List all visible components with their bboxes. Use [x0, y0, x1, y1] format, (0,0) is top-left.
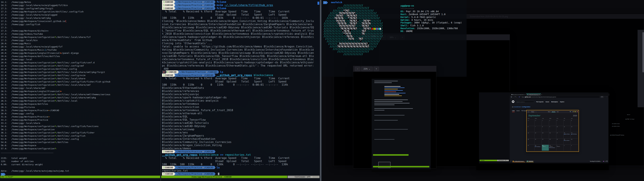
chevron-left-icon: ❮	[311, 176, 312, 178]
calendar-day-header: THU	[556, 118, 564, 120]
pencil-icon: ✎	[55, 77, 56, 80]
terminal-line: BlockScience/spark-hadoopcryptoledger-ds	[162, 96, 319, 99]
terminal-line: 400	[162, 67, 319, 70]
calendar-day-cell: 15	[542, 132, 549, 138]
terminal-cadcad[interactable]: CADCAD~/Workspace/Practice➳/CADCADfclone…	[160, 0, 322, 181]
terminal-neofetch[interactable]: ~ neofetch ///////////// ///////////////…	[322, 0, 466, 77]
screenshot-fragment	[374, 81, 398, 81]
image-viewer-canvas	[353, 72, 436, 168]
command-text[interactable]: __github_get_org_repos	[162, 153, 198, 156]
terminal-line: ckScience/spark-hadoopcryptoledger-ds Bl…	[162, 35, 319, 38]
terminal-line: CADCAD~/Workspace/Practice➳/CADCADfclone	[162, 7, 319, 10]
calendar-day-cell: 10	[556, 126, 564, 132]
github-fragment: tact GitHub Pricing API Training	[610, 134, 624, 136]
bow-arrow-icon: ➳	[202, 74, 204, 76]
nested-browser-tabbar: BlockScience/cadCAD-O✕ configuration/pop…	[510, 94, 610, 96]
prompt-cwd-segment: ~	[1, 173, 6, 176]
calendar-day-cell: 12	[571, 126, 578, 132]
taskbar-firefox-item: configuration/popos-...	[512, 160, 525, 162]
menu-icon: ⋯	[604, 96, 606, 98]
terminal-line: BlockScience/ZarghamPapers	[162, 134, 319, 137]
nested-browser-tab: BlockScience/cadCAD-O✕	[511, 94, 526, 96]
calendar-day-cell: 28UTr 02:00 pm	[534, 145, 542, 151]
image-viewer-window-c[interactable]: − 21%⌄ +	[353, 66, 436, 168]
neofetch-info-line: DE: GNOME	[400, 30, 462, 33]
cwd-segment: ~/Workspace/Practice➳/CADCAD	[174, 0, 216, 4]
calendar-day-cell: 9	[549, 126, 556, 132]
scrollbar-thumb[interactable]	[320, 0, 321, 181]
terminal-line: Dload Upload Total Spent Left Speed	[162, 13, 319, 16]
neofetch-info-line: OS: Pop!_OS 20.04 LTS x86_64	[400, 10, 462, 13]
zoom-level-dropdown[interactable]: 21%⌄	[361, 67, 373, 71]
screenshot-fragment	[373, 154, 408, 156]
palette-swatch	[377, 28, 378, 30]
window-dot-yellow	[574, 111, 574, 112]
terminal-line: BlockScience/artonomous_future_of_trust_…	[162, 108, 319, 112]
screenshot-fragment	[384, 92, 396, 92]
github-repo-tab: Code	[512, 110, 515, 112]
chevron-down-icon: ⌄	[368, 68, 370, 70]
github-fragment: ore order to tmux.	[612, 126, 620, 127]
shell-prompt: ~	[1, 172, 6, 176]
nested-calendar-window-highlighted: + Today ‹ › WeekMonthYear 🔍 ≣ September …	[526, 110, 579, 152]
terminal-line: 100 119k 100 119k 0 0 130k 0 --:--:-- --…	[162, 163, 319, 166]
pencil-icon: ✎	[55, 147, 56, 150]
command-text[interactable]: ~/.local/share/fzf/github_orgs	[224, 4, 273, 7]
screenshot-fragment	[384, 94, 399, 95]
calendar-day-cell: 17	[556, 132, 564, 138]
desktop: scratch.txt shots_and_dots Screenshot fr…	[0, 0, 644, 181]
terminal-line: t_2018 BlockScience/conviction BlockScie…	[162, 32, 319, 35]
terminal-line: CADCAD~/Workspace/Practice➳/CADCADfclone	[162, 0, 319, 4]
pencil-icon: ✎	[55, 64, 56, 67]
tray-arrows-icon: ⇅	[604, 161, 606, 162]
screenshot-fragment	[374, 82, 392, 83]
zoom-in-button[interactable]: +	[374, 67, 379, 71]
pencil-icon: ✎	[55, 100, 56, 102]
github-nav: Pull requestsIssuesMarketplaceExplore	[536, 101, 564, 102]
shell-prompt: ~ neofetch	[323, 1, 342, 4]
command-text[interactable]: __github_get_org_repos	[216, 74, 252, 77]
calendar-day-cell: 30	[527, 120, 534, 126]
calendar-today-button: Today	[530, 111, 535, 113]
screenshot-fragment	[384, 96, 402, 96]
calendar-day-cell: 21	[534, 138, 542, 145]
window-title: Screenshot from 2020-09-28 01-53-25.png	[470, 16, 508, 18]
command-text: fclone	[216, 7, 226, 10]
zoom-out-button[interactable]: −	[355, 67, 360, 71]
image-viewer-window-d[interactable]: /CADCAD Continuum: off ❮ BlockScience/ca…	[476, 91, 609, 170]
terminal-line: BlockScience/ethereum-etl	[162, 112, 319, 115]
python-icon	[167, 71, 168, 73]
calendar-toolbar: + Today ‹ › WeekMonthYear 🔍 ≣	[526, 110, 578, 113]
taskbar-clock: Tue Sep 29 1:02 AM ●	[590, 161, 601, 162]
cwd-segment: ~/Workspace/Practice➳/CADCAD	[174, 172, 216, 176]
python-icon	[163, 173, 165, 175]
calendar-day-cell: 2	[564, 145, 571, 151]
autojump-output: 14.1: /home/ygg/Notes 14.3: /home/ygg/.l…	[0, 0, 160, 172]
tmux-cwd-label: /home/ygg/Workspace/Practice➳/CADCAD	[161, 176, 287, 178]
calendar-day-cell: 3	[556, 120, 564, 126]
calendar-day-cell: 27	[527, 145, 534, 151]
calendar-day-cell: 20	[527, 138, 534, 145]
terminal-scrollbar[interactable]	[320, 0, 322, 181]
scrollbar-thumb[interactable]	[642, 32, 644, 72]
terminal-autojump[interactable]: 14.1: /home/ygg/Notes 14.3: /home/ygg/.l…	[0, 0, 160, 181]
github-logo-icon	[512, 100, 514, 103]
taskbar-system-tray: ⇅	[603, 161, 608, 162]
calendar-view-option: Year	[556, 111, 559, 112]
neofetch-info: ygg@pop-os----------OS: Pop!_OS 20.04 LT…	[400, 4, 462, 33]
palette-swatch	[380, 28, 381, 30]
calendar-day-cell: 7	[534, 126, 542, 132]
github-fragment: Go to f	[627, 114, 630, 115]
calendar-prev-icon: ‹	[536, 111, 536, 112]
calendar-day-cell: 2	[549, 120, 556, 126]
terminal-line: BlockScience/demos	[162, 147, 319, 150]
neofetch-info-line: Host: ZenBook UX534FT_UX534FT 1.0	[400, 13, 462, 16]
terminal-line: BlockScience/EthereumStats	[162, 86, 319, 90]
repo-icon: ▤	[512, 106, 514, 108]
screenshot-fragment	[374, 115, 404, 116]
link-icon: ∞	[47, 30, 49, 32]
nested-tmux-statusbar: /CADCAD	[480, 160, 497, 161]
venv-segment: CADCAD	[162, 74, 175, 77]
screenshot-fragment	[384, 86, 400, 87]
bow-arrow-icon: ➳	[48, 116, 50, 118]
